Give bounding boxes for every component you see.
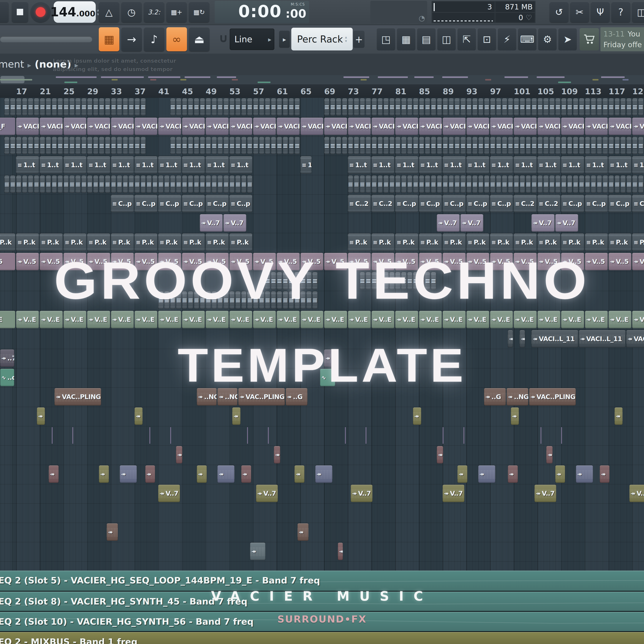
pattern-b-clip[interactable]: ≡ <box>99 137 104 154</box>
pattern-c-clip[interactable]: ≡ <box>224 176 229 193</box>
one-t-clip[interactable]: ≡1..t <box>561 156 584 174</box>
pattern-b-clip[interactable]: ≡ <box>591 137 596 154</box>
one-t-clip[interactable]: ≡1..t <box>372 156 394 174</box>
kick-pattern-clip[interactable]: ≡ <box>401 98 406 116</box>
p-k-clip[interactable]: ≡P..k <box>135 234 157 251</box>
pattern-c-clip[interactable]: ≡ <box>164 176 169 193</box>
perc-mix-clip[interactable]: ↠ <box>508 465 518 483</box>
v7-olive-clip[interactable]: ↠V..7 <box>629 485 644 502</box>
tail-hits-clip[interactable]: ↠ <box>338 543 343 560</box>
one-t-clip[interactable]: ≡1..t <box>490 156 513 174</box>
c-p-clip[interactable]: ≡C..p <box>466 195 489 212</box>
pattern-b-clip[interactable]: ≡ <box>360 137 365 154</box>
p-k-clip[interactable]: ≡P..k <box>419 234 442 251</box>
v-e-green-clip[interactable]: ↠V..E <box>395 311 418 328</box>
automation-tick-clip[interactable] <box>268 427 269 444</box>
vacier-36-clip[interactable]: ↠VACI..36_F <box>111 118 134 135</box>
pattern-c-clip[interactable]: ≡ <box>16 176 21 193</box>
kick-pattern-clip[interactable]: ≡ <box>99 98 104 116</box>
pattern-c-clip[interactable]: ≡ <box>135 176 140 193</box>
stop-button[interactable] <box>12 2 28 22</box>
kick-pattern-clip[interactable]: ≡ <box>330 98 335 116</box>
kick-pattern-clip[interactable]: ≡ <box>520 98 525 116</box>
kick-pattern-clip[interactable]: ≡ <box>105 98 110 116</box>
c-p-clip[interactable]: ≡C..p <box>490 195 513 212</box>
kick-pattern-clip[interactable]: ≡ <box>431 98 436 116</box>
pattern-c-clip[interactable]: ≡ <box>218 176 223 193</box>
kick-pattern-clip[interactable]: ≡ <box>141 98 146 116</box>
perc-mix-clip[interactable]: ↠ <box>197 465 207 483</box>
undo-button[interactable]: ↺ <box>550 2 568 22</box>
pattern-c-clip[interactable]: ≡ <box>147 176 152 193</box>
v-e-green-clip[interactable]: ↠V..E <box>348 311 371 328</box>
kick-pattern-clip[interactable]: ≡ <box>550 98 554 116</box>
save-button[interactable]: ◫ <box>632 2 644 22</box>
kick-pattern-clip[interactable]: ≡ <box>283 98 288 116</box>
pattern-b-clip[interactable]: ≡ <box>627 137 632 154</box>
pattern-b-clip[interactable]: ≡ <box>372 137 377 154</box>
playlist-minimap[interactable] <box>0 75 644 85</box>
kick-pattern-clip[interactable]: ≡ <box>556 98 560 116</box>
p-k-clip[interactable]: ≡P..k <box>158 234 181 251</box>
kick-pattern-clip[interactable]: ≡ <box>182 98 187 116</box>
pattern-c-clip[interactable]: ≡ <box>348 176 353 193</box>
vacier-36-clip[interactable]: ↠VACI..36_F <box>40 118 62 135</box>
pattern-c-clip[interactable]: ≡ <box>58 176 63 193</box>
one-t-clip[interactable]: ≡1..t <box>40 156 62 174</box>
pattern-b-clip[interactable]: ≡ <box>34 137 39 154</box>
pattern-b-clip[interactable]: ≡ <box>538 137 543 154</box>
pattern-c-clip[interactable]: ≡ <box>384 176 389 193</box>
kick-pattern-clip[interactable]: ≡ <box>58 98 63 116</box>
v-e-green-clip[interactable]: ↠V..E <box>277 311 299 328</box>
automation-tick-clip[interactable] <box>72 427 73 444</box>
kick-pattern-clip[interactable]: ≡ <box>336 98 341 116</box>
pattern-b-clip[interactable]: ≡ <box>129 137 134 154</box>
v-e-green-clip[interactable]: ↠V..E <box>16 311 39 328</box>
kick-pattern-clip[interactable]: ≡ <box>176 98 181 116</box>
v-e-green-clip[interactable]: ↠V..E <box>206 311 228 328</box>
pattern-b-clip[interactable]: ≡ <box>289 137 294 154</box>
pattern-b-clip[interactable]: ≡ <box>283 137 288 154</box>
kick-pattern-clip[interactable]: ≡ <box>16 98 21 116</box>
kick-pattern-clip[interactable]: ≡ <box>170 98 175 116</box>
pattern-b-clip[interactable]: ≡ <box>461 137 466 154</box>
v-e-green-clip[interactable]: ↠V..E <box>182 311 205 328</box>
kick-pattern-clip[interactable]: ≡ <box>372 98 377 116</box>
pattern-b-clip[interactable]: ≡ <box>496 137 501 154</box>
pattern-b-clip[interactable]: ≡ <box>111 137 116 154</box>
pattern-b-clip[interactable]: ≡ <box>526 137 531 154</box>
pattern-c-clip[interactable]: ≡ <box>520 176 525 193</box>
pattern-c-clip[interactable]: ≡ <box>532 176 537 193</box>
toggle-picker-button[interactable]: ◳ <box>377 28 395 50</box>
toggle-browser-button[interactable]: ⇱ <box>457 28 476 50</box>
kick-pattern-clip[interactable]: ≡ <box>111 98 116 116</box>
kick-pattern-clip[interactable]: ≡ <box>496 98 501 116</box>
kick-pattern-clip[interactable]: ≡ <box>289 98 294 116</box>
kick-pattern-clip[interactable]: ≡ <box>467 98 472 116</box>
help-button[interactable]: ? <box>611 2 630 22</box>
kick-pattern-clip[interactable]: ≡ <box>461 98 466 116</box>
pattern-b-clip[interactable]: ≡ <box>378 137 383 154</box>
kick-pattern-clip[interactable]: ≡ <box>218 98 223 116</box>
automation-tick-clip[interactable] <box>149 427 150 444</box>
perc-mix-clip[interactable]: ↠ <box>120 465 137 483</box>
kick-pattern-clip[interactable]: ≡ <box>64 98 69 116</box>
pattern-b-clip[interactable]: ≡ <box>579 137 584 154</box>
kick-pattern-clip[interactable]: ≡ <box>484 98 489 116</box>
pattern-b-clip[interactable]: ≡ <box>431 137 436 154</box>
automation-tick-clip[interactable] <box>443 427 444 444</box>
pattern-c-clip[interactable]: ≡ <box>52 176 57 193</box>
pattern-c-clip[interactable]: ≡ <box>354 176 359 193</box>
pattern-b-clip[interactable]: ≡ <box>182 137 187 154</box>
kick-pattern-clip[interactable]: ≡ <box>40 98 45 116</box>
kick-pattern-clip[interactable]: ≡ <box>443 98 448 116</box>
pattern-b-clip[interactable]: ≡ <box>366 137 371 154</box>
v7-purple-clip[interactable]: ↠V..7 <box>437 214 460 232</box>
v7-olive-clip[interactable]: ↠V..7 <box>158 485 180 502</box>
v-e-green-clip[interactable]: ↠V..E <box>514 311 536 328</box>
kick-pattern-clip[interactable]: ≡ <box>538 98 543 116</box>
p-k-clip[interactable]: ≡P..k <box>372 234 394 251</box>
pattern-c-clip[interactable]: ≡ <box>561 176 566 193</box>
pattern-c-clip[interactable]: ≡ <box>431 176 436 193</box>
pattern-b-clip[interactable]: ≡ <box>176 137 181 154</box>
